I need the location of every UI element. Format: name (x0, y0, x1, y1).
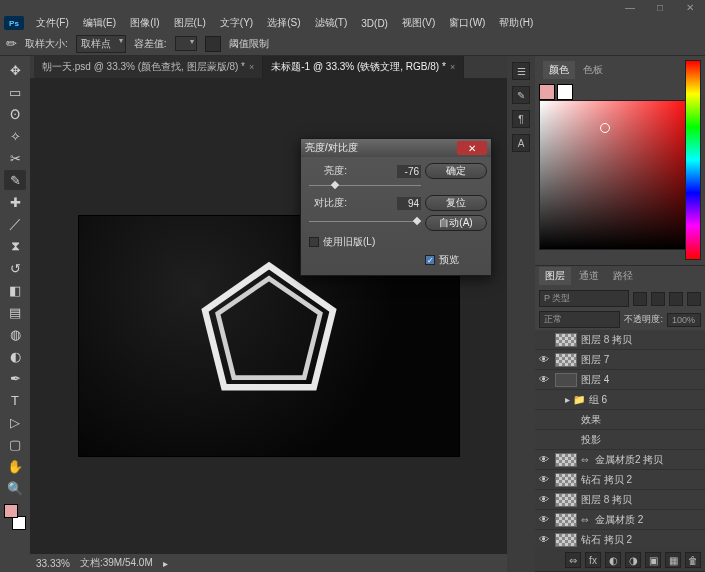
color-field[interactable] (539, 100, 699, 250)
menu-select[interactable]: 选择(S) (261, 14, 306, 32)
visibility-icon[interactable]: 👁 (539, 374, 551, 385)
auto-button[interactable]: 自动(A) (425, 215, 487, 231)
layer-name[interactable]: 图层 7 (581, 353, 701, 367)
filter-icon[interactable] (687, 292, 701, 306)
tab-paths[interactable]: 路径 (607, 267, 639, 285)
reset-button[interactable]: 复位 (425, 195, 487, 211)
blend-mode-select[interactable]: 正常 (539, 311, 620, 328)
marquee-tool[interactable]: ▭ (4, 82, 26, 102)
brightness-slider[interactable] (309, 183, 421, 191)
menu-edit[interactable]: 编辑(E) (77, 14, 122, 32)
lasso-tool[interactable]: ʘ (4, 104, 26, 124)
fg-swatch[interactable] (539, 84, 555, 100)
wand-tool[interactable]: ✧ (4, 126, 26, 146)
layer-row[interactable]: 👁图层 4 (535, 370, 705, 390)
menu-image[interactable]: 图像(I) (124, 14, 165, 32)
fg-bg-swatch[interactable] (4, 504, 26, 530)
trash-icon[interactable]: 🗑 (685, 552, 701, 568)
layer-name[interactable]: 组 6 (589, 393, 701, 407)
layer-row[interactable]: 图层 8 拷贝 (535, 330, 705, 350)
history-panel-icon[interactable]: ☰ (512, 62, 530, 80)
contrast-slider[interactable] (309, 219, 421, 227)
opacity-input[interactable]: 100% (667, 313, 701, 327)
gradient-tool[interactable]: ▤ (4, 302, 26, 322)
filter-icon[interactable] (633, 292, 647, 306)
eraser-tool[interactable]: ◧ (4, 280, 26, 300)
new-layer-icon[interactable]: ▦ (665, 552, 681, 568)
dodge-tool[interactable]: ◐ (4, 346, 26, 366)
brightness-value[interactable]: -76 (397, 165, 421, 178)
menu-3d[interactable]: 3D(D) (355, 16, 394, 31)
layer-kind-select[interactable]: P 类型 (539, 290, 629, 307)
path-tool[interactable]: ▷ (4, 412, 26, 432)
doc-tab-2[interactable]: 未标题-1 @ 33.3% (铁锈文理, RGB/8) *× (263, 56, 464, 78)
char-panel-icon[interactable]: ¶ (512, 110, 530, 128)
contrast-value[interactable]: 94 (397, 197, 421, 210)
brush-tool[interactable]: ／ (4, 214, 26, 234)
visibility-icon[interactable]: 👁 (539, 354, 551, 365)
dialog-close-button[interactable]: ✕ (457, 141, 487, 155)
hue-slider[interactable] (685, 60, 701, 260)
ok-button[interactable]: 确定 (425, 163, 487, 179)
heal-tool[interactable]: ✚ (4, 192, 26, 212)
layer-row[interactable]: 👁图层 8 拷贝 (535, 490, 705, 510)
layer-name[interactable]: 钻石 拷贝 2 (581, 533, 701, 547)
link-layers-icon[interactable]: ⇔ (565, 552, 581, 568)
layer-name[interactable]: 图层 8 拷贝 (581, 333, 701, 347)
fg-color[interactable] (4, 504, 18, 518)
sample-ring-icon[interactable] (205, 36, 221, 52)
layer-row[interactable]: 👁⇔金属材质 2 (535, 510, 705, 530)
zoom-tool[interactable]: 🔍 (4, 478, 26, 498)
hand-tool[interactable]: ✋ (4, 456, 26, 476)
tab-channels[interactable]: 通道 (573, 267, 605, 285)
layer-row[interactable]: 👁图层 7 (535, 350, 705, 370)
menu-layer[interactable]: 图层(L) (168, 14, 212, 32)
layer-row[interactable]: 效果 (535, 410, 705, 430)
bg-color[interactable] (12, 516, 26, 530)
visibility-icon[interactable]: 👁 (539, 534, 551, 545)
close-icon[interactable]: × (450, 62, 455, 72)
window-close[interactable]: ✕ (679, 1, 701, 13)
visibility-icon[interactable]: 👁 (539, 474, 551, 485)
filter-icon[interactable] (651, 292, 665, 306)
window-maximize[interactable]: □ (649, 1, 671, 13)
layer-row[interactable]: 投影 (535, 430, 705, 450)
visibility-icon[interactable]: 👁 (539, 454, 551, 465)
pen-tool[interactable]: ✒ (4, 368, 26, 388)
tolerance-select[interactable] (175, 36, 198, 51)
blur-tool[interactable]: ◍ (4, 324, 26, 344)
menu-help[interactable]: 帮助(H) (493, 14, 539, 32)
visibility-icon[interactable]: 👁 (539, 514, 551, 525)
crop-tool[interactable]: ✂ (4, 148, 26, 168)
adjustment-icon[interactable]: ◑ (625, 552, 641, 568)
layer-name[interactable]: 金属材质 2 (595, 513, 701, 527)
history-brush-tool[interactable]: ↺ (4, 258, 26, 278)
bg-swatch[interactable] (557, 84, 573, 100)
menu-window[interactable]: 窗口(W) (443, 14, 491, 32)
layer-name[interactable]: 投影 (581, 433, 701, 447)
menu-file[interactable]: 文件(F) (30, 14, 75, 32)
group-icon[interactable]: ▣ (645, 552, 661, 568)
layer-name[interactable]: 钻石 拷贝 2 (581, 473, 701, 487)
layer-name[interactable]: 金属材质2 拷贝 (595, 453, 701, 467)
paragraph-panel-icon[interactable]: A (512, 134, 530, 152)
menu-view[interactable]: 视图(V) (396, 14, 441, 32)
tab-swatches[interactable]: 色板 (577, 61, 609, 79)
layer-name[interactable]: 图层 4 (581, 373, 701, 387)
layer-row[interactable]: 👁钻石 拷贝 2 (535, 470, 705, 490)
stamp-tool[interactable]: ⧗ (4, 236, 26, 256)
preview-checkbox[interactable]: ✓预览 (425, 253, 487, 267)
layer-name[interactable]: 图层 8 拷贝 (581, 493, 701, 507)
fx-icon[interactable]: fx (585, 552, 601, 568)
mask-icon[interactable]: ◐ (605, 552, 621, 568)
type-tool[interactable]: T (4, 390, 26, 410)
dialog-title-bar[interactable]: 亮度/对比度 ✕ (301, 139, 491, 157)
layer-row[interactable]: ▸ 📁组 6 (535, 390, 705, 410)
layer-row[interactable]: 👁钻石 拷贝 2 (535, 530, 705, 549)
chevron-right-icon[interactable]: ▸ (163, 558, 168, 569)
menu-type[interactable]: 文字(Y) (214, 14, 259, 32)
menu-filter[interactable]: 滤镜(T) (309, 14, 354, 32)
window-minimize[interactable]: — (619, 1, 641, 13)
shape-tool[interactable]: ▢ (4, 434, 26, 454)
move-tool[interactable]: ✥ (4, 60, 26, 80)
